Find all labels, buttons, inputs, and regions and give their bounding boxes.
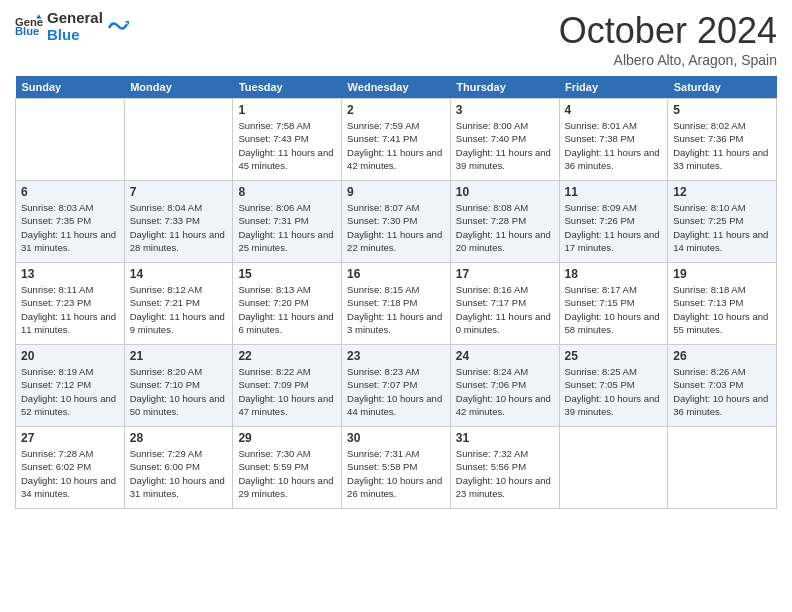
logo-general: General xyxy=(47,10,103,27)
col-sunday: Sunday xyxy=(16,76,125,99)
day-number: 27 xyxy=(21,431,119,445)
day-number: 12 xyxy=(673,185,771,199)
calendar-cell: 15Sunrise: 8:13 AM Sunset: 7:20 PM Dayli… xyxy=(233,263,342,345)
calendar-body: 1Sunrise: 7:58 AM Sunset: 7:43 PM Daylig… xyxy=(16,99,777,509)
calendar-week-3: 13Sunrise: 8:11 AM Sunset: 7:23 PM Dayli… xyxy=(16,263,777,345)
day-number: 13 xyxy=(21,267,119,281)
calendar-cell: 11Sunrise: 8:09 AM Sunset: 7:26 PM Dayli… xyxy=(559,181,668,263)
calendar-cell: 14Sunrise: 8:12 AM Sunset: 7:21 PM Dayli… xyxy=(124,263,233,345)
title-block: October 2024 Albero Alto, Aragon, Spain xyxy=(559,10,777,68)
day-number: 19 xyxy=(673,267,771,281)
day-info: Sunrise: 8:18 AM Sunset: 7:13 PM Dayligh… xyxy=(673,283,771,336)
logo-wave-icon xyxy=(107,16,129,38)
day-number: 28 xyxy=(130,431,228,445)
day-info: Sunrise: 8:13 AM Sunset: 7:20 PM Dayligh… xyxy=(238,283,336,336)
day-info: Sunrise: 8:01 AM Sunset: 7:38 PM Dayligh… xyxy=(565,119,663,172)
calendar-cell: 9Sunrise: 8:07 AM Sunset: 7:30 PM Daylig… xyxy=(342,181,451,263)
calendar-cell: 24Sunrise: 8:24 AM Sunset: 7:06 PM Dayli… xyxy=(450,345,559,427)
calendar-cell: 1Sunrise: 7:58 AM Sunset: 7:43 PM Daylig… xyxy=(233,99,342,181)
day-info: Sunrise: 8:20 AM Sunset: 7:10 PM Dayligh… xyxy=(130,365,228,418)
day-info: Sunrise: 8:15 AM Sunset: 7:18 PM Dayligh… xyxy=(347,283,445,336)
day-info: Sunrise: 8:08 AM Sunset: 7:28 PM Dayligh… xyxy=(456,201,554,254)
day-info: Sunrise: 8:12 AM Sunset: 7:21 PM Dayligh… xyxy=(130,283,228,336)
day-info: Sunrise: 8:04 AM Sunset: 7:33 PM Dayligh… xyxy=(130,201,228,254)
day-number: 18 xyxy=(565,267,663,281)
day-info: Sunrise: 8:10 AM Sunset: 7:25 PM Dayligh… xyxy=(673,201,771,254)
calendar-cell: 28Sunrise: 7:29 AM Sunset: 6:00 PM Dayli… xyxy=(124,427,233,509)
calendar-cell: 19Sunrise: 8:18 AM Sunset: 7:13 PM Dayli… xyxy=(668,263,777,345)
day-info: Sunrise: 7:28 AM Sunset: 6:02 PM Dayligh… xyxy=(21,447,119,500)
day-number: 26 xyxy=(673,349,771,363)
logo-blue: Blue xyxy=(47,27,103,44)
day-number: 9 xyxy=(347,185,445,199)
day-number: 17 xyxy=(456,267,554,281)
day-number: 16 xyxy=(347,267,445,281)
calendar-week-4: 20Sunrise: 8:19 AM Sunset: 7:12 PM Dayli… xyxy=(16,345,777,427)
day-info: Sunrise: 8:06 AM Sunset: 7:31 PM Dayligh… xyxy=(238,201,336,254)
calendar-cell: 27Sunrise: 7:28 AM Sunset: 6:02 PM Dayli… xyxy=(16,427,125,509)
calendar-cell: 4Sunrise: 8:01 AM Sunset: 7:38 PM Daylig… xyxy=(559,99,668,181)
col-saturday: Saturday xyxy=(668,76,777,99)
day-number: 5 xyxy=(673,103,771,117)
calendar-cell: 7Sunrise: 8:04 AM Sunset: 7:33 PM Daylig… xyxy=(124,181,233,263)
calendar-cell: 20Sunrise: 8:19 AM Sunset: 7:12 PM Dayli… xyxy=(16,345,125,427)
page: General Blue General Blue October 2024 A… xyxy=(0,0,792,519)
calendar-cell: 2Sunrise: 7:59 AM Sunset: 7:41 PM Daylig… xyxy=(342,99,451,181)
calendar-cell: 31Sunrise: 7:32 AM Sunset: 5:56 PM Dayli… xyxy=(450,427,559,509)
logo: General Blue General Blue xyxy=(15,10,129,43)
day-info: Sunrise: 7:30 AM Sunset: 5:59 PM Dayligh… xyxy=(238,447,336,500)
calendar-cell: 8Sunrise: 8:06 AM Sunset: 7:31 PM Daylig… xyxy=(233,181,342,263)
day-info: Sunrise: 7:58 AM Sunset: 7:43 PM Dayligh… xyxy=(238,119,336,172)
day-info: Sunrise: 8:16 AM Sunset: 7:17 PM Dayligh… xyxy=(456,283,554,336)
day-number: 29 xyxy=(238,431,336,445)
calendar-cell xyxy=(668,427,777,509)
day-number: 4 xyxy=(565,103,663,117)
day-number: 31 xyxy=(456,431,554,445)
day-info: Sunrise: 8:03 AM Sunset: 7:35 PM Dayligh… xyxy=(21,201,119,254)
day-number: 25 xyxy=(565,349,663,363)
day-number: 14 xyxy=(130,267,228,281)
day-info: Sunrise: 8:26 AM Sunset: 7:03 PM Dayligh… xyxy=(673,365,771,418)
header-row: Sunday Monday Tuesday Wednesday Thursday… xyxy=(16,76,777,99)
day-number: 7 xyxy=(130,185,228,199)
day-number: 6 xyxy=(21,185,119,199)
day-number: 8 xyxy=(238,185,336,199)
calendar-cell: 6Sunrise: 8:03 AM Sunset: 7:35 PM Daylig… xyxy=(16,181,125,263)
day-number: 11 xyxy=(565,185,663,199)
day-info: Sunrise: 8:19 AM Sunset: 7:12 PM Dayligh… xyxy=(21,365,119,418)
calendar-cell: 18Sunrise: 8:17 AM Sunset: 7:15 PM Dayli… xyxy=(559,263,668,345)
calendar-cell: 16Sunrise: 8:15 AM Sunset: 7:18 PM Dayli… xyxy=(342,263,451,345)
col-friday: Friday xyxy=(559,76,668,99)
calendar-table: Sunday Monday Tuesday Wednesday Thursday… xyxy=(15,76,777,509)
calendar-cell: 12Sunrise: 8:10 AM Sunset: 7:25 PM Dayli… xyxy=(668,181,777,263)
day-number: 3 xyxy=(456,103,554,117)
day-info: Sunrise: 7:29 AM Sunset: 6:00 PM Dayligh… xyxy=(130,447,228,500)
calendar-cell: 21Sunrise: 8:20 AM Sunset: 7:10 PM Dayli… xyxy=(124,345,233,427)
day-number: 15 xyxy=(238,267,336,281)
calendar-week-2: 6Sunrise: 8:03 AM Sunset: 7:35 PM Daylig… xyxy=(16,181,777,263)
day-info: Sunrise: 8:02 AM Sunset: 7:36 PM Dayligh… xyxy=(673,119,771,172)
day-info: Sunrise: 8:25 AM Sunset: 7:05 PM Dayligh… xyxy=(565,365,663,418)
day-number: 21 xyxy=(130,349,228,363)
calendar-cell: 5Sunrise: 8:02 AM Sunset: 7:36 PM Daylig… xyxy=(668,99,777,181)
calendar-cell: 23Sunrise: 8:23 AM Sunset: 7:07 PM Dayli… xyxy=(342,345,451,427)
col-monday: Monday xyxy=(124,76,233,99)
calendar-cell: 22Sunrise: 8:22 AM Sunset: 7:09 PM Dayli… xyxy=(233,345,342,427)
svg-text:Blue: Blue xyxy=(15,25,39,37)
day-number: 1 xyxy=(238,103,336,117)
day-number: 30 xyxy=(347,431,445,445)
calendar-cell: 3Sunrise: 8:00 AM Sunset: 7:40 PM Daylig… xyxy=(450,99,559,181)
day-info: Sunrise: 8:11 AM Sunset: 7:23 PM Dayligh… xyxy=(21,283,119,336)
day-number: 20 xyxy=(21,349,119,363)
day-info: Sunrise: 7:31 AM Sunset: 5:58 PM Dayligh… xyxy=(347,447,445,500)
calendar-cell xyxy=(559,427,668,509)
day-info: Sunrise: 7:32 AM Sunset: 5:56 PM Dayligh… xyxy=(456,447,554,500)
col-wednesday: Wednesday xyxy=(342,76,451,99)
calendar-cell xyxy=(16,99,125,181)
calendar-cell: 25Sunrise: 8:25 AM Sunset: 7:05 PM Dayli… xyxy=(559,345,668,427)
day-number: 10 xyxy=(456,185,554,199)
day-info: Sunrise: 8:00 AM Sunset: 7:40 PM Dayligh… xyxy=(456,119,554,172)
col-thursday: Thursday xyxy=(450,76,559,99)
day-info: Sunrise: 8:22 AM Sunset: 7:09 PM Dayligh… xyxy=(238,365,336,418)
day-info: Sunrise: 8:24 AM Sunset: 7:06 PM Dayligh… xyxy=(456,365,554,418)
